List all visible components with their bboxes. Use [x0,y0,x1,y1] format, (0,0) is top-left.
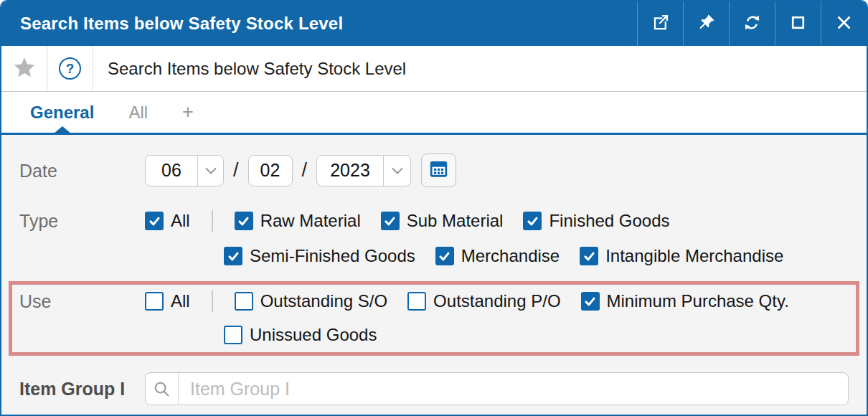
use-highlight-box: Use All [9,281,859,356]
checkbox-intangible-merchandise[interactable]: Intangible Merchandise [580,246,783,266]
checkbox-icon [581,292,600,311]
type-line-2: Semi-Finished Goods Merchandise Intangib… [224,246,783,266]
date-day-input[interactable] [248,155,293,186]
checkbox-finished-goods[interactable]: Finished Goods [523,211,669,231]
use-row: Use All [19,290,856,345]
date-month-value: 06 [146,156,197,186]
checkbox-icon [381,212,400,230]
divider [212,210,213,232]
refresh-button[interactable] [729,1,775,46]
date-year-value: 2023 [317,156,383,186]
close-button[interactable] [821,1,867,46]
checkbox-type-all[interactable]: All [145,211,190,231]
use-line-1: All Outstanding S/O [145,290,789,312]
checkbox-icon [145,292,164,311]
checkbox-minimum-purchase-qty[interactable]: Minimum Purchase Qty. [581,291,789,311]
tab-add-button[interactable]: + [182,101,194,123]
tab-general[interactable]: General [30,103,94,123]
date-separator: / [302,159,308,181]
item-group-label: Item Group I [19,378,145,400]
checkbox-icon [523,212,542,230]
divider [212,290,213,312]
close-icon [834,13,854,35]
star-icon [12,56,37,82]
pin-button[interactable] [683,1,729,46]
date-month-select[interactable]: 06 [145,155,224,186]
search-icon[interactable] [146,373,179,405]
checkbox-raw-material[interactable]: Raw Material [235,211,361,231]
tab-all[interactable]: All [128,103,148,123]
checkbox-merchandise[interactable]: Merchandise [435,246,560,266]
tab-bar: General All + [1,92,867,135]
page-title: Search Items below Safety Stock Level [93,46,406,91]
maximize-icon [788,13,808,35]
type-label: Type [19,210,145,232]
item-group-input[interactable] [179,373,848,405]
type-line-1: All Raw Material Sub Material [145,210,783,232]
checkbox-icon [407,292,426,311]
checkbox-semi-finished-goods[interactable]: Semi-Finished Goods [224,246,415,266]
chevron-down-icon [197,156,223,186]
item-group-row: Item Group I [19,372,849,405]
use-checkbox-group: All Outstanding S/O [145,290,789,345]
open-in-new-window-button[interactable] [637,1,683,46]
checkbox-outstanding-so[interactable]: Outstanding S/O [235,291,387,311]
item-group-search-field [145,372,849,405]
calendar-picker-button[interactable] [421,153,456,187]
open-in-new-window-icon [651,13,670,35]
dialog-window: Search Items below Safety Stock Level [0,0,868,416]
date-row: Date 06 / / 2023 [19,153,849,187]
window-title: Search Items below Safety Stock Level [1,1,637,46]
calendar-icon [428,159,449,182]
checkbox-icon [224,326,242,344]
checkbox-outstanding-po[interactable]: Outstanding P/O [407,291,560,311]
date-label: Date [19,160,145,181]
type-checkbox-group: All Raw Material Sub Material [145,210,783,266]
checkbox-icon [580,247,598,265]
checkbox-icon [235,212,253,230]
help-question-icon: ? [59,57,81,80]
toolbar: ? Search Items below Safety Stock Level [1,46,867,92]
favorite-button[interactable] [1,46,47,91]
date-controls: 06 / / 2023 [145,153,456,187]
date-year-select[interactable]: 2023 [316,155,411,186]
date-separator: / [233,159,239,181]
chevron-down-icon [383,156,410,186]
help-button[interactable]: ? [47,46,93,91]
checkbox-unissued-goods[interactable]: Unissued Goods [224,325,377,345]
refresh-icon [742,13,762,35]
titlebar: Search Items below Safety Stock Level [1,1,867,46]
form-area: Date 06 / / 2023 [1,135,867,415]
type-row: Type All Raw Material [19,210,849,266]
use-line-2: Unissued Goods [224,325,789,345]
maximize-button[interactable] [775,1,821,46]
checkbox-icon [435,247,454,265]
pin-icon [697,13,716,35]
checkbox-icon [224,247,242,265]
checkbox-sub-material[interactable]: Sub Material [381,211,504,231]
checkbox-icon [235,292,253,311]
checkbox-icon [145,212,164,230]
use-label: Use [19,290,145,312]
checkbox-use-all[interactable]: All [145,291,190,311]
